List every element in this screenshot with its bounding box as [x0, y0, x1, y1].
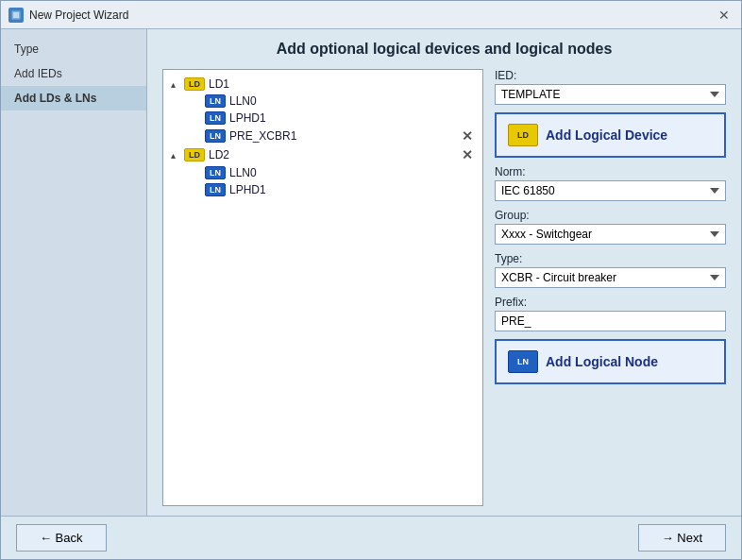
tree-node-ld2[interactable]: ▴ LD LD2 ✕: [167, 145, 479, 164]
sidebar-item-add-lds-lns[interactable]: Add LDs & LNs: [1, 86, 146, 110]
group-label: Group:: [495, 209, 726, 222]
window-title: New Project Wizard: [29, 8, 128, 22]
lln0-1-label: LLN0: [229, 94, 477, 108]
type-select[interactable]: XCBR - Circuit breaker: [495, 267, 726, 288]
ln-button-icon: LN: [508, 350, 538, 373]
prefix-field: Prefix:: [495, 296, 726, 331]
ld2-label: LD2: [209, 148, 458, 161]
prefix-label: Prefix:: [495, 296, 726, 309]
page-title: Add optional logical devices and logical…: [162, 41, 726, 58]
tree-node-lphd1-2: LN LPHD1: [167, 181, 479, 198]
main-area: Add optional logical devices and logical…: [147, 29, 741, 516]
norm-select[interactable]: IEC 61850: [495, 180, 726, 201]
tree-node-ld1[interactable]: ▴ LD LD1: [167, 76, 479, 93]
ld-button-icon: LD: [508, 124, 538, 146]
ied-label: IED:: [495, 69, 726, 82]
title-bar-left: New Project Wizard: [8, 8, 128, 23]
ld-badge-ld1: LD: [184, 77, 205, 91]
ld-badge-ld2: LD: [184, 148, 205, 161]
bottom-bar: ← Back → Next: [1, 516, 741, 559]
add-logical-node-button[interactable]: LN Add Logical Node: [495, 339, 726, 384]
tree-node-lphd1-1: LN LPHD1: [167, 110, 479, 127]
back-button[interactable]: ← Back: [16, 524, 107, 552]
ln-badge-lln0-2: LN: [205, 166, 226, 179]
group-select[interactable]: Xxxx - Switchgear: [495, 224, 726, 245]
add-logical-device-button[interactable]: LD Add Logical Device: [495, 112, 726, 158]
next-button[interactable]: → Next: [638, 524, 726, 552]
panels: ▴ LD LD1 LN LLN0 LN LPHD1 LN: [162, 69, 726, 506]
close-icon[interactable]: ✕: [715, 8, 734, 23]
prefix-input[interactable]: [495, 311, 726, 331]
ied-field: IED: TEMPLATE: [495, 69, 726, 105]
back-label: ← Back: [40, 531, 83, 545]
wizard-window: New Project Wizard ✕ Type Add IEDs Add L…: [0, 0, 742, 560]
ln-badge-lln0-1: LN: [205, 94, 226, 108]
ied-select[interactable]: TEMPLATE: [495, 84, 726, 105]
sidebar-item-type[interactable]: Type: [1, 37, 146, 61]
group-field: Group: Xxxx - Switchgear: [495, 209, 726, 245]
delete-pre-xcbr1-icon[interactable]: ✕: [458, 128, 477, 144]
tree-node-pre-xcbr1: LN PRE_XCBR1 ✕: [167, 127, 479, 145]
add-logical-node-label: Add Logical Node: [546, 354, 658, 369]
window-icon: [8, 8, 24, 23]
content-area: Type Add IEDs Add LDs & LNs Add optional…: [1, 29, 741, 516]
lphd1-2-label: LPHD1: [229, 183, 477, 196]
type-label: Type:: [495, 252, 726, 265]
ld1-label: LD1: [209, 77, 477, 91]
ln-badge-lphd1-2: LN: [205, 183, 226, 196]
pre-xcbr1-label: PRE_XCBR1: [229, 129, 458, 143]
sidebar-item-add-ieds[interactable]: Add IEDs: [1, 61, 146, 86]
tree-panel[interactable]: ▴ LD LD1 LN LLN0 LN LPHD1 LN: [162, 69, 483, 506]
tree-node-lln0-1: LN LLN0: [167, 93, 479, 110]
delete-ld2-icon[interactable]: ✕: [458, 147, 477, 162]
title-bar: New Project Wizard ✕: [1, 1, 741, 29]
lln0-2-label: LLN0: [229, 166, 477, 179]
type-field: Type: XCBR - Circuit breaker: [495, 252, 726, 288]
tree-node-lln0-2: LN LLN0: [167, 164, 479, 181]
sidebar: Type Add IEDs Add LDs & LNs: [1, 29, 147, 516]
svg-rect-1: [13, 12, 19, 18]
ln-badge-pre-xcbr1: LN: [205, 129, 226, 143]
expand-icon-ld1[interactable]: ▴: [171, 79, 182, 90]
ln-badge-lphd1-1: LN: [205, 111, 226, 125]
norm-field: Norm: IEC 61850: [495, 165, 726, 201]
add-logical-device-label: Add Logical Device: [546, 127, 667, 143]
lphd1-1-label: LPHD1: [229, 111, 477, 125]
next-label: → Next: [662, 531, 702, 545]
norm-label: Norm:: [495, 165, 726, 178]
expand-icon-ld2[interactable]: ▴: [171, 150, 182, 161]
right-panel: IED: TEMPLATE LD Add Logical Device Norm…: [495, 69, 726, 506]
